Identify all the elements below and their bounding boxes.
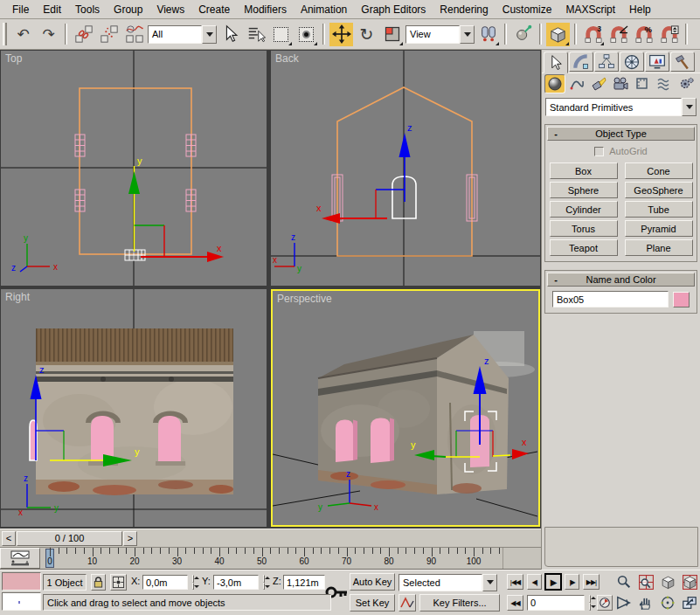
next-frame-button[interactable]: |▶ [565,574,579,590]
viewport-back[interactable]: Back [271,51,540,286]
viewport-perspective-canvas[interactable]: z y x z x y [273,291,537,524]
tab-motion[interactable] [620,52,644,72]
select-and-move-button[interactable] [329,23,353,46]
object-color-swatch[interactable] [673,292,690,308]
time-slider-step-forward[interactable]: > [123,531,137,546]
viewport-perspective-label[interactable]: Perspective [277,293,332,305]
percent-snap-toggle[interactable]: % [632,23,655,46]
menu-graph-editors[interactable]: Graph Editors [354,1,433,18]
autogrid-checkbox[interactable] [594,147,604,156]
angle-snap-toggle[interactable] [606,23,630,46]
coord-z-input[interactable]: 1,121m [283,575,325,590]
selection-filter-arrow[interactable] [202,25,217,44]
use-pivot-point-center-button[interactable] [476,23,500,46]
tab-modify[interactable] [569,52,593,72]
zoom-button[interactable] [614,572,634,591]
menu-file[interactable]: File [5,1,36,18]
min-max-toggle-button[interactable] [680,593,699,612]
category-lights[interactable] [588,74,609,93]
menu-views[interactable]: Views [149,1,191,18]
move-gizmo-back[interactable]: z x [316,122,412,224]
menu-rendering[interactable]: Rendering [433,1,495,18]
menu-animation[interactable]: Animation [294,1,354,18]
snaps-toggle[interactable]: 3 [581,23,605,46]
viewport-back-label[interactable]: Back [275,52,299,65]
category-systems[interactable] [676,74,697,93]
reference-coordsys-combo[interactable]: View [405,25,475,44]
menu-tools[interactable]: Tools [68,1,107,18]
key-selection-combo[interactable]: Selected [399,573,497,591]
object-type-cone-button[interactable]: Cone [625,162,693,179]
menu-group[interactable]: Group [107,1,149,18]
object-type-pyramid-button[interactable]: Pyramid [625,220,693,237]
viewport-top-label[interactable]: Top [5,52,22,65]
go-to-end-button[interactable]: ▶▶| [583,574,600,590]
select-and-rotate-button[interactable]: ↻ [355,23,378,46]
object-name-input[interactable]: Box05 [552,291,669,308]
rectangular-selection-region-button[interactable] [269,23,293,46]
move-gizmo-top[interactable]: y x [128,155,224,262]
category-helpers[interactable] [632,74,653,93]
category-spacewarps[interactable] [654,74,675,93]
trackbar-ruler[interactable]: 0102030405060708090100 [42,548,503,569]
coord-y-input[interactable]: -3,0m [213,575,259,590]
menu-maxscript[interactable]: MAXScript [558,1,622,18]
default-tangent-button[interactable] [399,594,416,612]
key-mode-toggle[interactable]: ◀◀ [507,595,523,611]
object-category-arrow[interactable] [682,98,697,116]
selection-filter-combo[interactable]: All [148,25,217,44]
window-crossing-toggle[interactable] [295,23,318,46]
object-type-box-button[interactable]: Box [550,162,618,179]
bind-to-spacewarp-button[interactable] [122,23,146,46]
select-and-scale-button[interactable] [380,23,404,46]
viewport-perspective[interactable]: Perspective [271,289,540,527]
keyboard-shortcut-override-toggle[interactable] [546,23,570,46]
coord-x-input[interactable]: 0,0m [142,575,188,590]
open-mini-curve-editor-button[interactable] [0,548,40,569]
viewport-top[interactable]: Top [1,51,267,286]
selection-lock-toggle[interactable] [91,574,106,591]
select-and-link-button[interactable] [72,23,95,46]
category-cameras[interactable] [610,74,631,93]
redo-button[interactable]: ↷ [37,23,60,46]
current-frame-spinner[interactable] [585,595,594,611]
select-and-manipulate-button[interactable] [511,23,535,46]
menu-create[interactable]: Create [191,1,237,18]
tab-create[interactable] [544,52,568,73]
viewport-right-label[interactable]: Right [5,291,30,303]
object-type-cylinder-button[interactable]: Cylinder [550,201,618,218]
name-and-color-rollout-header[interactable]: - Name and Color [547,273,695,287]
key-filters-button[interactable]: Key Filters... [419,594,500,612]
maxscript-listener-pane[interactable] [2,592,41,611]
time-configuration-button[interactable] [597,595,613,611]
zoom-extents-button[interactable] [658,572,677,591]
object-type-plane-button[interactable]: Plane [625,239,693,256]
spinner-snap-toggle[interactable] [657,23,681,46]
time-slider-handle[interactable]: 0 / 100 [17,531,122,546]
key-selection-arrow[interactable] [482,574,497,591]
field-of-view-button[interactable] [614,593,634,612]
toolbar-grip[interactable] [3,23,7,45]
object-category-combo[interactable]: Standard Primitives [545,98,697,116]
current-frame-input[interactable]: 0 [527,595,585,611]
go-to-start-button[interactable]: |◀◀ [507,574,523,590]
menu-help[interactable]: Help [622,1,658,18]
object-type-teapot-button[interactable]: Teapot [550,239,618,256]
select-by-name-button[interactable] [244,23,267,46]
tab-hierarchy[interactable] [594,52,619,72]
object-type-torus-button[interactable]: Torus [550,220,618,237]
pan-button[interactable] [636,593,655,612]
object-type-tube-button[interactable]: Tube [625,201,693,218]
viewport-top-canvas[interactable]: y x y x z [1,51,267,286]
time-slider-step-back[interactable]: < [2,531,16,546]
viewport-right-canvas[interactable]: z y z y x [1,289,267,527]
zoom-all-button[interactable] [636,572,655,591]
reference-coordsys-arrow[interactable] [460,25,475,44]
menu-edit[interactable]: Edit [36,1,68,18]
category-geometry[interactable] [544,74,565,93]
zoom-extents-all-button[interactable] [680,572,699,591]
object-type-sphere-button[interactable]: Sphere [550,182,618,198]
macro-recorder-pane[interactable] [2,572,41,591]
tab-display[interactable] [645,52,669,72]
menu-customize[interactable]: Customize [496,1,559,18]
